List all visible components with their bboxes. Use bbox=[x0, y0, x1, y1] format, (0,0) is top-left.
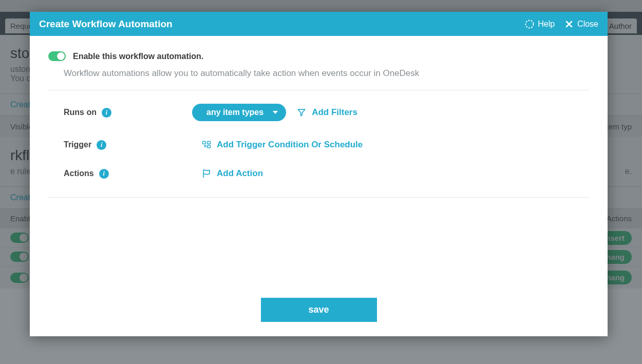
close-button[interactable]: Close bbox=[564, 19, 598, 29]
create-workflow-modal: Create Workflow Automation Help Close En… bbox=[30, 12, 608, 336]
trigger-label-wrap: Trigger i bbox=[64, 140, 192, 150]
flag-icon bbox=[201, 168, 212, 179]
add-trigger-label: Add Trigger Condition Or Schedule bbox=[217, 140, 363, 150]
trigger-row: Trigger i Add Trigger Condition Or Sched… bbox=[48, 140, 589, 150]
modal-footer: save bbox=[30, 298, 608, 336]
trigger-label: Trigger bbox=[64, 140, 91, 149]
info-icon[interactable]: i bbox=[99, 169, 109, 179]
runs-on-row: Runs on i any item types Add Filters bbox=[48, 104, 589, 121]
help-label: Help bbox=[538, 20, 555, 29]
modal-subtitle: Workflow automations allow you to automa… bbox=[64, 68, 589, 79]
funnel-icon bbox=[296, 107, 307, 118]
actions-label-wrap: Actions i bbox=[64, 169, 192, 179]
svg-point-0 bbox=[526, 20, 534, 28]
add-filters-label: Add Filters bbox=[312, 107, 357, 118]
enable-row: Enable this workflow automation. bbox=[48, 51, 589, 61]
save-button[interactable]: save bbox=[261, 298, 377, 322]
add-action-label: Add Action bbox=[217, 168, 263, 179]
help-button[interactable]: Help bbox=[524, 19, 555, 29]
close-icon bbox=[564, 19, 574, 29]
help-icon bbox=[524, 19, 535, 29]
close-label: Close bbox=[577, 20, 598, 29]
add-action-button[interactable]: Add Action bbox=[201, 168, 263, 179]
add-filters-button[interactable]: Add Filters bbox=[296, 107, 357, 118]
add-trigger-button[interactable]: Add Trigger Condition Or Schedule bbox=[201, 140, 363, 150]
runs-on-label: Runs on bbox=[64, 108, 97, 117]
info-icon[interactable]: i bbox=[97, 140, 106, 150]
runs-on-dropdown[interactable]: any item types bbox=[192, 104, 286, 121]
divider-bottom bbox=[48, 197, 589, 198]
modal-body: Enable this workflow automation. Workflo… bbox=[30, 36, 608, 298]
actions-label: Actions bbox=[64, 169, 94, 178]
svg-rect-5 bbox=[207, 145, 211, 148]
svg-rect-3 bbox=[203, 141, 206, 144]
enable-label: Enable this workflow automation. bbox=[73, 52, 203, 61]
modal-title: Create Workflow Automation bbox=[39, 18, 173, 30]
schedule-icon bbox=[201, 140, 212, 150]
enable-toggle[interactable] bbox=[48, 51, 66, 61]
actions-row: Actions i Add Action bbox=[48, 168, 589, 179]
modal-header: Create Workflow Automation Help Close bbox=[30, 12, 608, 36]
runs-on-label-wrap: Runs on i bbox=[64, 108, 192, 118]
divider-top bbox=[48, 90, 589, 90]
svg-rect-4 bbox=[207, 141, 211, 144]
info-icon[interactable]: i bbox=[102, 108, 111, 118]
